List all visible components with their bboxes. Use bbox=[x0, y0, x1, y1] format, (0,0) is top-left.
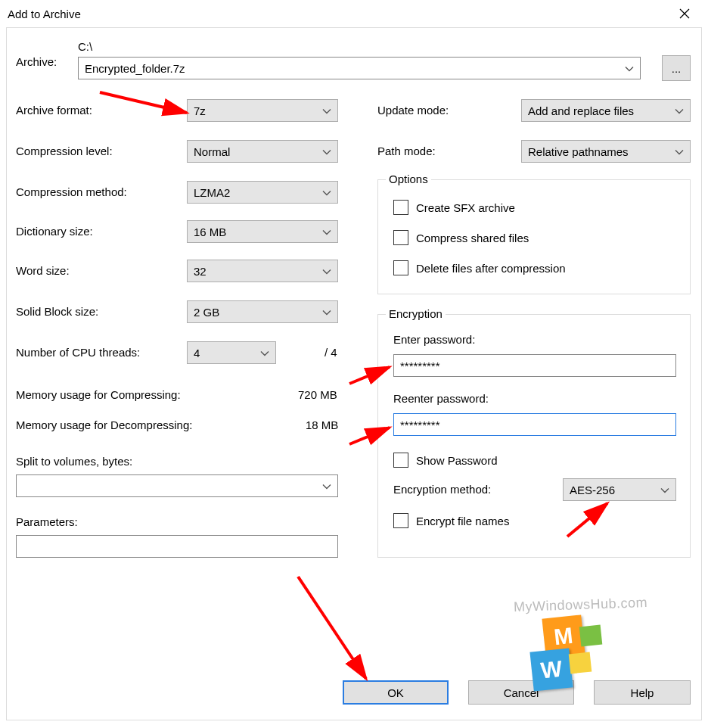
watermark-text: MyWindowsHub.com bbox=[514, 595, 648, 615]
path-label: Path mode: bbox=[377, 145, 436, 157]
chevron-down-icon bbox=[322, 480, 331, 493]
chevron-down-icon bbox=[322, 265, 331, 278]
chevron-down-icon bbox=[322, 306, 331, 319]
path-value: Relative pathnames bbox=[528, 145, 629, 158]
chevron-down-icon bbox=[322, 104, 331, 117]
password-value: ********* bbox=[400, 359, 440, 372]
encryption-group: Encryption Enter password: ********* Ree… bbox=[377, 314, 691, 558]
mem-comp-label: Memory usage for Compressing: bbox=[16, 388, 181, 401]
format-label: Archive format: bbox=[16, 104, 92, 117]
mem-decomp-label: Memory usage for Decompressing: bbox=[16, 418, 192, 431]
dict-value: 16 MB bbox=[194, 226, 226, 238]
format-value: 7z bbox=[194, 104, 206, 117]
cpu-label: Number of CPU threads: bbox=[16, 346, 140, 359]
encryption-method-value: AES-256 bbox=[570, 484, 615, 496]
chevron-down-icon bbox=[260, 347, 269, 359]
window-title: Add to Archive bbox=[8, 8, 81, 20]
show-password-checkbox[interactable] bbox=[393, 453, 408, 468]
cpu-total: / 4 bbox=[324, 346, 337, 359]
params-input[interactable] bbox=[16, 535, 338, 558]
update-value: Add and replace files bbox=[528, 104, 634, 117]
close-button[interactable] bbox=[667, 2, 702, 25]
options-legend: Options bbox=[386, 173, 431, 185]
encryption-method-label: Encryption method: bbox=[393, 483, 491, 496]
mem-comp-value: 720 MB bbox=[298, 388, 337, 401]
params-label: Parameters: bbox=[16, 515, 78, 528]
chevron-down-icon bbox=[660, 484, 669, 496]
options-group: Options Create SFX archive Compress shar… bbox=[377, 179, 691, 294]
method-label: Compression method: bbox=[16, 185, 127, 198]
help-button[interactable]: Help bbox=[594, 680, 691, 705]
word-dropdown[interactable]: 32 bbox=[187, 260, 338, 282]
dict-dropdown[interactable]: 16 MB bbox=[187, 220, 338, 243]
update-dropdown[interactable]: Add and replace files bbox=[521, 99, 691, 122]
dict-label: Dictionary size: bbox=[16, 225, 93, 238]
reenter-password-label: Reenter password: bbox=[393, 392, 489, 405]
encrypt-filenames-label: Encrypt file names bbox=[416, 515, 509, 527]
cpu-dropdown[interactable]: 4 bbox=[187, 341, 276, 364]
sfx-checkbox[interactable] bbox=[393, 200, 408, 215]
archive-filename-input[interactable]: Encrypted_folder.7z bbox=[78, 57, 641, 79]
encryption-method-dropdown[interactable]: AES-256 bbox=[563, 478, 676, 501]
encrypt-filenames-checkbox[interactable] bbox=[393, 513, 408, 528]
chevron-down-icon bbox=[675, 104, 684, 117]
solid-value: 2 GB bbox=[194, 306, 219, 319]
close-icon bbox=[679, 8, 690, 19]
encryption-legend: Encryption bbox=[386, 307, 446, 320]
level-value: Normal bbox=[194, 145, 230, 158]
enter-password-label: Enter password: bbox=[393, 333, 475, 346]
reenter-password-input[interactable]: ********* bbox=[393, 413, 676, 436]
cpu-value: 4 bbox=[194, 347, 200, 359]
split-input[interactable] bbox=[16, 474, 338, 497]
word-value: 32 bbox=[194, 265, 206, 278]
svg-line-4 bbox=[298, 577, 366, 679]
arrow-icon bbox=[294, 573, 385, 694]
level-dropdown[interactable]: Normal bbox=[187, 140, 338, 163]
shared-checkbox[interactable] bbox=[393, 230, 408, 245]
sfx-label: Create SFX archive bbox=[416, 201, 515, 214]
password-input[interactable]: ********* bbox=[393, 354, 676, 377]
mem-decomp-value: 18 MB bbox=[306, 418, 338, 431]
update-label: Update mode: bbox=[377, 104, 449, 117]
solid-dropdown[interactable]: 2 GB bbox=[187, 300, 338, 323]
solid-label: Solid Block size: bbox=[16, 305, 98, 318]
ok-button[interactable]: OK bbox=[343, 680, 449, 705]
archive-path: C:\ bbox=[78, 40, 92, 53]
shared-label: Compress shared files bbox=[416, 232, 529, 244]
svg-line-0 bbox=[100, 92, 187, 113]
show-password-label: Show Password bbox=[416, 454, 498, 467]
chevron-down-icon bbox=[322, 145, 331, 158]
chevron-down-icon bbox=[625, 62, 634, 75]
arrow-icon bbox=[96, 89, 202, 126]
archive-filename-text: Encrypted_folder.7z bbox=[85, 62, 185, 75]
word-label: Word size: bbox=[16, 264, 70, 277]
delete-checkbox[interactable] bbox=[393, 260, 408, 275]
delete-label: Delete files after compression bbox=[416, 262, 566, 275]
reenter-password-value: ********* bbox=[400, 418, 440, 431]
chevron-down-icon bbox=[322, 186, 331, 199]
method-dropdown[interactable]: LZMA2 bbox=[187, 181, 338, 204]
archive-label: Archive: bbox=[16, 55, 57, 68]
level-label: Compression level: bbox=[16, 145, 113, 157]
watermark-logo-w: W bbox=[529, 648, 573, 691]
path-dropdown[interactable]: Relative pathnames bbox=[521, 140, 691, 163]
watermark-logo-tile bbox=[579, 625, 603, 647]
chevron-down-icon bbox=[675, 145, 684, 158]
format-dropdown[interactable]: 7z bbox=[187, 99, 338, 122]
chevron-down-icon bbox=[322, 226, 331, 238]
split-label: Split to volumes, bytes: bbox=[16, 455, 132, 468]
method-value: LZMA2 bbox=[194, 186, 230, 199]
watermark-logo-tile bbox=[569, 652, 592, 674]
browse-button[interactable]: ... bbox=[662, 55, 691, 81]
